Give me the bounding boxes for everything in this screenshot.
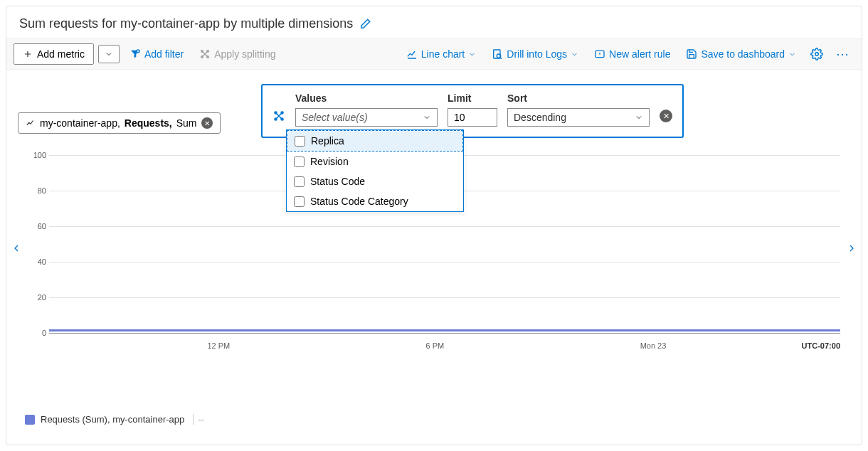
- legend-text: Requests (Sum), my-container-app: [41, 414, 184, 425]
- y-tick: 0: [29, 329, 46, 337]
- chart-title: Sum requests for my-container-app by mul…: [19, 16, 353, 31]
- values-placeholder: Select value(s): [302, 112, 368, 123]
- sort-label: Sort: [507, 92, 650, 104]
- dropdown-option-replica[interactable]: Replica: [287, 130, 463, 152]
- title-row: Sum requests for my-container-app by mul…: [6, 6, 862, 38]
- svg-point-10: [281, 112, 283, 114]
- new-alert-label: New alert rule: [609, 48, 670, 60]
- sort-select[interactable]: Descending: [507, 108, 650, 127]
- add-metric-label: Add metric: [37, 48, 85, 60]
- new-alert-button[interactable]: New alert rule: [588, 45, 676, 63]
- save-dashboard-button[interactable]: Save to dashboard: [680, 45, 802, 63]
- metrics-panel: Sum requests for my-container-app by mul…: [6, 6, 862, 445]
- legend-swatch: [25, 415, 35, 425]
- dropdown-option-status-code[interactable]: Status Code: [287, 171, 463, 191]
- add-metric-chevron[interactable]: [98, 45, 120, 63]
- nav-prev-icon[interactable]: [11, 240, 22, 256]
- add-filter-button[interactable]: Add filter: [124, 45, 189, 63]
- settings-icon[interactable]: [806, 45, 827, 63]
- svg-point-9: [275, 112, 277, 114]
- pill-metric: Requests,: [125, 117, 172, 129]
- checkbox[interactable]: [295, 136, 305, 147]
- dropdown-option-revision[interactable]: Revision: [287, 152, 463, 171]
- timezone-label: UTC-07:00: [802, 341, 840, 350]
- add-filter-label: Add filter: [144, 48, 184, 60]
- x-tick: 6 PM: [426, 341, 445, 350]
- svg-point-8: [815, 53, 819, 56]
- dropdown-option-status-code-category[interactable]: Status Code Category: [287, 191, 463, 211]
- toolbar: Add metric Add filter Apply splitting Li…: [6, 38, 862, 70]
- chevron-down-icon: [423, 113, 431, 122]
- metric-icon: [26, 118, 36, 128]
- checkbox[interactable]: [294, 176, 305, 187]
- y-tick: 40: [29, 258, 46, 266]
- apply-splitting-label: Apply splitting: [214, 48, 275, 60]
- nav-next-icon[interactable]: [846, 240, 857, 256]
- values-select[interactable]: Select value(s): [295, 108, 438, 127]
- more-icon[interactable]: ⋯: [832, 43, 854, 65]
- legend: Requests (Sum), my-container-app --: [25, 414, 204, 425]
- values-dropdown: Replica Revision Status Code Status Code…: [286, 129, 464, 212]
- y-tick: 80: [29, 186, 46, 195]
- add-metric-button[interactable]: Add metric: [14, 43, 94, 65]
- data-line: [49, 329, 840, 331]
- svg-point-11: [275, 118, 277, 120]
- pill-agg: Sum: [176, 117, 197, 129]
- y-tick: 20: [29, 293, 46, 302]
- x-axis: 12 PM 6 PM Mon 23: [49, 341, 840, 350]
- splitting-icon: [272, 110, 285, 122]
- chart-type-button[interactable]: Line chart: [401, 45, 482, 63]
- x-tick: 12 PM: [207, 341, 230, 350]
- legend-value: --: [193, 414, 204, 425]
- y-tick: 60: [29, 222, 46, 230]
- chart-type-label: Line chart: [421, 48, 465, 60]
- pill-resource: my-container-app,: [40, 117, 120, 129]
- chart-area: my-container-app, Requests, Sum ✕ Values…: [6, 70, 862, 411]
- checkbox[interactable]: [294, 196, 305, 207]
- save-dashboard-label: Save to dashboard: [701, 48, 785, 60]
- metric-pill[interactable]: my-container-app, Requests, Sum ✕: [18, 112, 221, 134]
- pill-remove-icon[interactable]: ✕: [201, 117, 213, 129]
- x-tick: Mon 23: [640, 341, 667, 350]
- checkbox[interactable]: [294, 156, 305, 167]
- splitting-close-icon[interactable]: ✕: [660, 110, 672, 122]
- apply-splitting-button: Apply splitting: [194, 45, 281, 63]
- svg-point-12: [281, 118, 283, 120]
- limit-label: Limit: [448, 92, 497, 104]
- values-label: Values: [295, 92, 438, 104]
- sort-value: Descending: [514, 112, 566, 123]
- edit-title-icon[interactable]: [359, 18, 371, 31]
- y-tick: 100: [29, 151, 46, 159]
- drill-logs-label: Drill into Logs: [507, 48, 567, 60]
- chevron-down-icon: [635, 113, 643, 122]
- limit-input[interactable]: [448, 108, 497, 127]
- drill-logs-button[interactable]: Drill into Logs: [486, 45, 584, 63]
